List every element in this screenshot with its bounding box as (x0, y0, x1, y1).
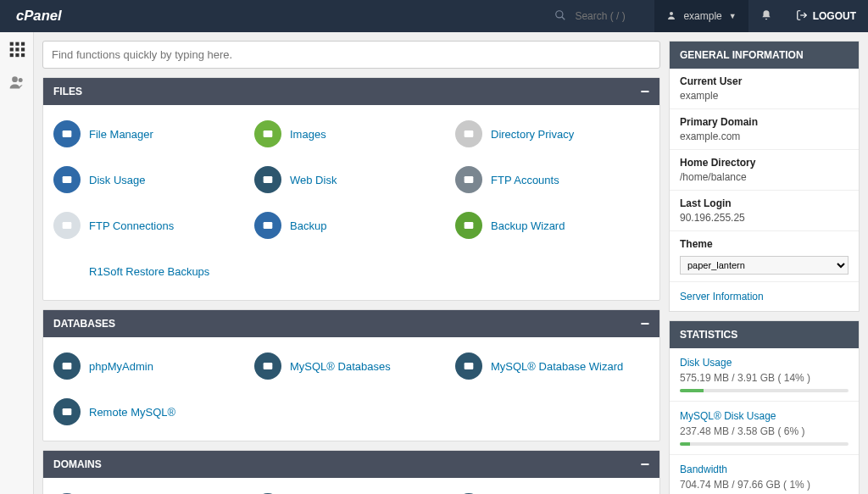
disk-usage-label[interactable]: Disk Usage (680, 357, 849, 369)
collapse-icon[interactable]: − (640, 87, 649, 96)
app-item[interactable]: FTP Connections (50, 207, 251, 244)
app-label: Disk Usage (89, 174, 145, 186)
app-item[interactable]: File Manager (50, 115, 251, 153)
svg-rect-10 (21, 47, 25, 51)
theme-select[interactable]: paper_lantern (680, 256, 849, 275)
general-info-header: GENERAL INFORMATION (670, 42, 859, 69)
bandwidth-value: 704.74 MB / 97.66 GB ( 1% ) (680, 479, 849, 491)
mysql-usage-label[interactable]: MySQL® Disk Usage (680, 410, 849, 422)
logout-icon (796, 9, 808, 24)
app-item[interactable]: Images (251, 115, 452, 153)
primary-domain-label: Primary Domain (680, 116, 849, 128)
user-icon (666, 10, 676, 23)
app-label: MySQL® Databases (290, 360, 391, 373)
app-item[interactable]: MySQL® Databases (251, 347, 452, 385)
panel-title: FILES (53, 86, 82, 97)
app-label: phpMyAdmin (89, 360, 153, 373)
app-item[interactable]: Web Disk (251, 161, 452, 198)
statistics-header: STATISTICS (670, 321, 859, 348)
logout-button[interactable]: LOGOUT (784, 0, 868, 32)
files-panel: FILES − File ManagerImagesDirectory Priv… (42, 77, 660, 301)
svg-rect-12 (15, 53, 19, 57)
mysql-usage-value: 237.48 MB / 3.58 GB ( 6% ) (680, 425, 849, 437)
svg-line-2 (562, 16, 565, 19)
home-grid-icon[interactable] (8, 41, 25, 62)
app-item[interactable]: Backup Wizard (452, 207, 653, 244)
collapse-icon[interactable]: − (640, 460, 649, 469)
app-item[interactable]: phpMyAdmin (50, 347, 251, 385)
svg-rect-23 (264, 222, 273, 229)
left-rail (0, 32, 34, 494)
app-icon (254, 120, 281, 147)
svg-rect-7 (21, 42, 25, 46)
last-login-label: Last Login (680, 197, 849, 209)
app-label: FTP Connections (89, 219, 174, 232)
app-label: Backup Wizard (491, 219, 565, 232)
app-item[interactable]: Directory Privacy (452, 115, 653, 153)
app-item[interactable]: FTP Accounts (452, 161, 653, 198)
app-icon (455, 120, 482, 147)
logout-label: LOGOUT (813, 10, 856, 22)
app-icon (53, 398, 81, 425)
svg-rect-16 (63, 130, 72, 137)
bell-icon (760, 9, 772, 24)
username-label: example (683, 10, 721, 22)
users-icon[interactable] (8, 74, 25, 95)
header-search-input[interactable] (575, 10, 643, 22)
function-search-input[interactable] (52, 48, 651, 61)
app-icon (455, 212, 482, 239)
app-item[interactable]: Subdomains (452, 488, 653, 494)
app-item[interactable]: Remote MySQL® (50, 393, 251, 430)
app-item[interactable]: Backup (251, 207, 452, 244)
svg-rect-22 (63, 222, 72, 229)
notifications[interactable] (748, 0, 784, 32)
svg-rect-20 (264, 176, 273, 183)
app-label: R1Soft Restore Backups (89, 265, 209, 278)
theme-label: Theme (680, 238, 849, 250)
app-icon (53, 120, 81, 147)
databases-panel-header[interactable]: DATABASES − (43, 310, 659, 337)
app-icon (53, 166, 81, 193)
bandwidth-label[interactable]: Bandwidth (680, 463, 849, 475)
svg-rect-5 (9, 42, 13, 46)
domains-panel-header[interactable]: DOMAINS − (43, 451, 659, 478)
app-label: Backup (290, 219, 326, 232)
right-sidebar: GENERAL INFORMATION Current User example… (669, 41, 860, 494)
app-icon (455, 166, 482, 193)
panel-title: DATABASES (53, 318, 115, 330)
user-menu[interactable]: example ▼ (654, 0, 748, 32)
files-panel-header[interactable]: FILES − (43, 78, 659, 105)
svg-rect-27 (264, 363, 273, 369)
primary-domain-value: example.com (680, 130, 849, 142)
collapse-icon[interactable]: − (640, 319, 649, 328)
svg-point-14 (12, 76, 18, 82)
cpanel-logo[interactable]: cPanel (0, 0, 117, 32)
svg-rect-8 (9, 47, 13, 51)
app-label: FTP Accounts (491, 174, 559, 186)
server-info-link[interactable]: Server Information (670, 282, 859, 311)
disk-usage-value: 575.19 MB / 3.91 GB ( 14% ) (680, 372, 849, 384)
domains-panel: DOMAINS − Site PublisherAddon DomainsSub… (42, 450, 660, 494)
function-search-bar[interactable] (42, 41, 660, 69)
main-content: FILES − File ManagerImagesDirectory Priv… (42, 41, 660, 494)
top-header: cPanel example ▼ LOGOUT (0, 0, 868, 32)
svg-rect-6 (15, 42, 19, 46)
app-item[interactable]: Disk Usage (50, 161, 251, 198)
svg-rect-18 (465, 130, 474, 137)
svg-rect-24 (465, 222, 474, 229)
svg-point-1 (556, 10, 563, 17)
svg-rect-17 (264, 130, 273, 137)
app-item[interactable]: R1Soft Restore Backups (50, 253, 251, 290)
app-icon (254, 212, 281, 239)
app-label: Directory Privacy (491, 128, 574, 141)
svg-rect-9 (15, 47, 19, 51)
app-item[interactable]: Addon Domains (251, 488, 452, 494)
app-item[interactable]: Site Publisher (50, 488, 251, 494)
header-search[interactable] (542, 0, 654, 32)
app-item[interactable]: MySQL® Database Wizard (452, 347, 653, 385)
app-label: Web Disk (290, 174, 337, 186)
svg-rect-29 (63, 408, 72, 415)
current-user-label: Current User (680, 75, 849, 87)
app-label: MySQL® Database Wizard (491, 360, 623, 373)
last-login-value: 90.196.255.25 (680, 212, 849, 224)
